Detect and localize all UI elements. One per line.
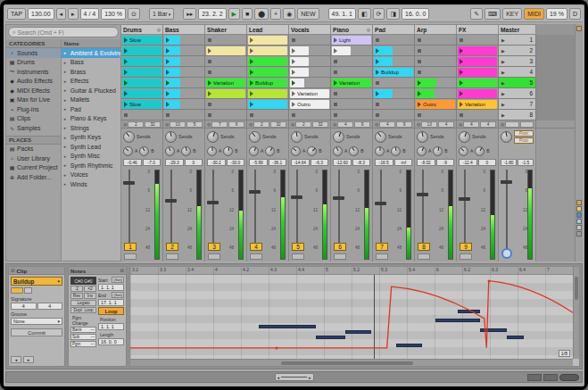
sidebar-item-max-for-live[interactable]: ▣Max for Live xyxy=(6,95,61,105)
solo-button[interactable] xyxy=(376,253,388,260)
sidebar-item-packs[interactable]: ▤Packs xyxy=(6,145,61,154)
solo-button[interactable] xyxy=(460,253,472,260)
legato-button[interactable]: Legato xyxy=(70,300,96,306)
send-b-knob[interactable] xyxy=(139,146,149,156)
scene-slot-7[interactable]: ▶7 xyxy=(499,99,536,110)
track-header-fx[interactable]: FX xyxy=(457,24,499,35)
list-item-synth-rhythmic[interactable]: ▸Synth Rhythmic xyxy=(62,161,120,170)
clip-slot[interactable] xyxy=(415,88,457,99)
new-button[interactable]: NEW xyxy=(297,8,319,20)
clip[interactable] xyxy=(206,46,245,55)
punch-out-button[interactable]: ◨ xyxy=(386,8,400,20)
fader-handle[interactable] xyxy=(459,197,470,201)
fader-handle[interactable] xyxy=(207,201,219,204)
editor-ruler[interactable]: 3.23.33.444.24.34.455.25.35.466.26.36.47 xyxy=(130,267,573,275)
clip-name-field[interactable]: Buildup ▾ xyxy=(11,277,62,286)
clip[interactable] xyxy=(290,46,309,55)
solo-button[interactable] xyxy=(292,253,304,260)
track-number[interactable]: 4 xyxy=(250,243,262,251)
vertical-scrollbar-handle[interactable] xyxy=(575,277,578,300)
clip-slot[interactable] xyxy=(121,67,163,78)
loop-start-display[interactable]: 49. 1. 1 xyxy=(328,8,356,20)
pan-display[interactable]: -6.3 xyxy=(311,159,329,166)
clip[interactable]: Slow xyxy=(122,36,161,45)
detail-resize-handle[interactable]: ◂ ▸ xyxy=(275,373,314,381)
signature-denominator[interactable]: 4 xyxy=(37,303,63,310)
clip-slot[interactable] xyxy=(121,110,163,120)
end-value[interactable]: 17. 1. 1 xyxy=(98,299,124,306)
pan-display[interactable]: -inf xyxy=(394,159,413,166)
send-b-knob[interactable] xyxy=(181,146,191,156)
pan-knob[interactable] xyxy=(165,131,177,143)
clip-panel-header[interactable]: ⊙ Clip xyxy=(9,267,64,275)
horizontal-scrollbar-handle[interactable] xyxy=(281,361,414,365)
automation-breakpoint[interactable] xyxy=(487,279,490,282)
clip-slot[interactable] xyxy=(373,56,415,67)
clip-slot[interactable]: Slow xyxy=(121,99,163,110)
clip-slot[interactable] xyxy=(373,110,415,120)
tempo-display[interactable]: 130.00 xyxy=(28,8,54,20)
clip-slot[interactable] xyxy=(373,88,415,99)
scene-slot-8[interactable]: ▶8 xyxy=(499,110,536,120)
track-header-vocals[interactable]: Vocals xyxy=(289,24,331,35)
clip-slot[interactable] xyxy=(457,88,499,99)
clip-slot[interactable] xyxy=(331,99,373,110)
clip[interactable] xyxy=(164,46,180,55)
clip-slot[interactable] xyxy=(331,110,373,120)
pan-display[interactable]: -8.3 xyxy=(352,159,371,166)
fader-handle[interactable] xyxy=(333,196,344,200)
clip-slot[interactable]: Slow xyxy=(121,35,163,46)
invert-button[interactable]: Inv xyxy=(84,293,96,299)
pan-display[interactable]: 0 xyxy=(185,159,203,166)
clip-slot[interactable] xyxy=(247,67,289,78)
track-header-bass[interactable]: Bass xyxy=(163,24,205,35)
send-b-knob[interactable] xyxy=(391,146,401,156)
nudge-back-button[interactable]: ◂ xyxy=(11,356,21,363)
scene-slot-4[interactable]: ▶4 xyxy=(499,67,536,78)
pan-knob[interactable] xyxy=(123,131,135,143)
solo-button[interactable] xyxy=(124,253,137,260)
pan-display[interactable]: -30.0 xyxy=(227,159,245,166)
send-b-knob[interactable] xyxy=(433,146,443,156)
send-b-knob[interactable] xyxy=(265,146,275,156)
clip[interactable] xyxy=(122,79,161,87)
search-input[interactable] xyxy=(18,29,114,36)
clip[interactable] xyxy=(458,89,497,98)
fader-handle[interactable] xyxy=(123,181,135,185)
track-number[interactable]: 2 xyxy=(166,243,178,251)
volume-display[interactable]: -8.02 xyxy=(417,159,435,166)
clip[interactable] xyxy=(332,46,351,55)
pan-display[interactable]: -1.5 xyxy=(518,159,534,166)
send-b-knob[interactable] xyxy=(349,146,359,156)
pitch-range-display[interactable]: C#0 G#0 xyxy=(70,277,96,285)
send-a-post-toggle[interactable]: Post xyxy=(514,130,534,137)
clip-slot[interactable] xyxy=(289,35,331,46)
clip-slot[interactable] xyxy=(415,110,457,120)
clip-slot[interactable] xyxy=(415,67,457,78)
pan-knob[interactable] xyxy=(375,131,386,143)
scene-slot-5[interactable]: ▶5 xyxy=(499,78,536,88)
clip-slot[interactable]: Variation xyxy=(331,78,373,88)
reverse-button[interactable]: Rev xyxy=(70,293,83,299)
pan-display[interactable]: -9 xyxy=(436,159,455,166)
clip-slot[interactable] xyxy=(457,56,499,67)
list-item-winds[interactable]: ▸Winds xyxy=(62,179,120,189)
track-number[interactable]: 8 xyxy=(418,243,430,251)
solo-button[interactable] xyxy=(334,253,346,260)
track-number[interactable]: 9 xyxy=(460,243,472,251)
pan-display[interactable]: -7.0 xyxy=(143,159,161,166)
punch-in-button[interactable]: ◧ xyxy=(358,8,371,20)
send-a-knob[interactable] xyxy=(333,146,343,156)
track-number[interactable]: 7 xyxy=(376,243,388,251)
panel-circle-icon[interactable]: ⊙ xyxy=(120,268,124,273)
show-hide-info-button[interactable] xyxy=(559,374,579,381)
solo-button[interactable] xyxy=(418,253,430,260)
fader-handle[interactable] xyxy=(375,202,386,205)
clip-slot[interactable] xyxy=(331,46,373,56)
clip-slot[interactable]: Outro xyxy=(289,99,331,110)
clip[interactable] xyxy=(122,89,161,98)
clip-slot[interactable] xyxy=(205,56,247,67)
pan-knob[interactable] xyxy=(417,131,428,143)
volume-display[interactable]: -30.2 xyxy=(207,159,226,166)
sidebar-item-instruments[interactable]: 〜Instruments xyxy=(6,67,61,77)
